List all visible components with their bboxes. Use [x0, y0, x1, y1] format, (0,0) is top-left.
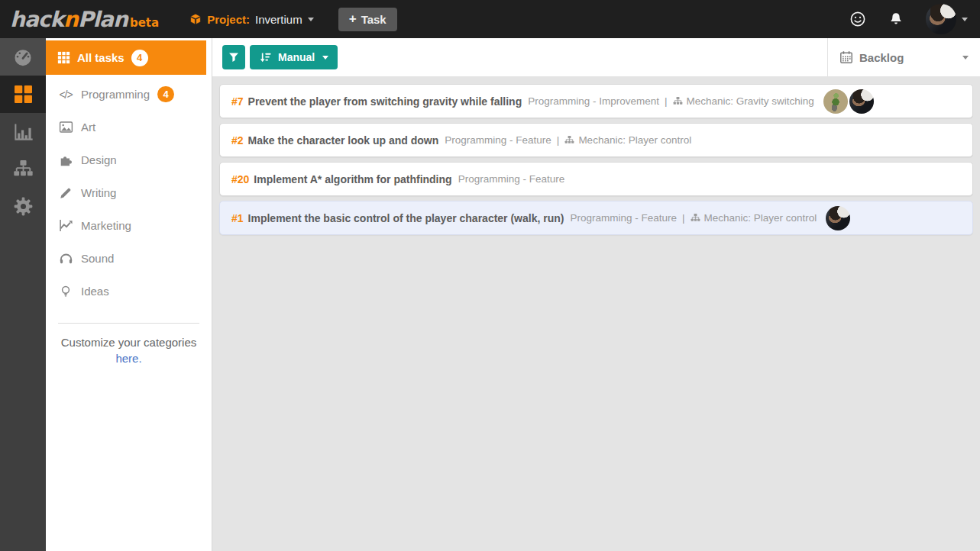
board-toolbar: Manual Backlog: [212, 38, 980, 76]
logo-text: hack: [10, 7, 63, 32]
notifications-button[interactable]: [888, 11, 904, 27]
task-mechanic-group: | Mechanic: Gravity switching: [659, 95, 814, 107]
customize-text: Customize your categories: [61, 336, 197, 349]
task-mechanic: Mechanic: Gravity switching: [687, 95, 814, 107]
task-category: Programming - Feature: [445, 134, 551, 146]
th-grid-icon: [57, 51, 70, 64]
category-list: </> Programming 4 Art Design Writing Mar…: [46, 78, 212, 308]
task-row[interactable]: #7 Prevent the player from switching gra…: [219, 84, 973, 118]
sort-amount-icon: [259, 51, 272, 64]
chevron-down-icon: [322, 56, 328, 60]
category-item-writing[interactable]: Writing: [46, 176, 212, 209]
plus-icon: +: [349, 11, 357, 27]
topbar-right-group: [849, 4, 980, 34]
category-label: Marketing: [81, 219, 131, 232]
task-row[interactable]: #2 Make the character look up and down P…: [219, 123, 973, 157]
category-item-design[interactable]: Design: [46, 143, 212, 176]
category-label: Art: [81, 121, 95, 134]
trend-chart-icon: [59, 218, 73, 233]
category-label: Ideas: [81, 285, 109, 298]
task-row[interactable]: #1 Implement the basic control of the pl…: [219, 201, 973, 235]
filter-button[interactable]: [222, 45, 245, 69]
divider: [58, 323, 199, 324]
logo-text: Plan: [78, 7, 128, 32]
meta-separator: |: [665, 95, 668, 107]
sidebar-item-metrics[interactable]: [0, 113, 46, 150]
sidebar-item-design-model[interactable]: [0, 150, 46, 188]
category-label: Design: [81, 153, 117, 166]
task-category: Programming - Feature: [458, 173, 565, 185]
task-title: Implement the basic control of the playe…: [248, 212, 564, 224]
category-item-all-tasks[interactable]: All tasks 4: [46, 40, 206, 75]
sort-mode-label: Manual: [278, 51, 315, 63]
task-id: #1: [231, 212, 244, 224]
category-item-sound[interactable]: Sound: [46, 242, 212, 275]
feedback-button[interactable]: [849, 11, 866, 27]
new-task-button[interactable]: + Task: [338, 8, 397, 31]
bar-chart-icon: [13, 121, 34, 142]
puzzle-icon: [59, 153, 73, 167]
project-name: Invertium: [255, 13, 302, 26]
sort-dropdown[interactable]: Manual: [250, 45, 338, 69]
smiley-icon: [849, 11, 866, 27]
category-item-art[interactable]: Art: [46, 111, 212, 143]
assignee-avatars: [823, 89, 874, 114]
category-sidebar: All tasks 4 </> Programming 4 Art Design…: [46, 38, 212, 551]
category-label: Writing: [81, 186, 116, 199]
task-category: Programming - Improvement: [528, 95, 659, 107]
sidebar-item-board[interactable]: [0, 76, 46, 113]
calendar-icon: [839, 50, 853, 64]
funnel-icon: [228, 51, 240, 63]
category-count-badge: 4: [157, 86, 174, 102]
category-item-marketing[interactable]: Marketing: [46, 209, 212, 242]
task-mechanic-group: | Mechanic: Player control: [677, 212, 817, 224]
sidebar-item-dashboard[interactable]: [0, 38, 46, 76]
sitemap-icon: [564, 135, 574, 145]
sitemap-icon: [691, 213, 700, 223]
task-title: Make the character look up and down: [248, 134, 439, 147]
main-area: Manual Backlog #7 Prevent the player fro…: [212, 38, 980, 551]
assignee-avatar: [823, 89, 848, 114]
task-title: Prevent the player from switching gravit…: [248, 95, 522, 108]
task-mechanic-group: | Mechanic: Player control: [551, 134, 691, 146]
icon-rail: [0, 38, 46, 551]
user-avatar: [926, 4, 956, 34]
sitemap-icon: [13, 159, 34, 179]
task-meta: Programming - Feature: [458, 173, 565, 185]
gear-icon: [13, 196, 34, 217]
gauge-icon: [12, 47, 34, 68]
customize-here-link[interactable]: here.: [115, 352, 141, 365]
task-row[interactable]: #20 Implement A* algorithm for pathfindi…: [219, 162, 973, 196]
image-icon: [59, 120, 73, 134]
logo-text-accent: n: [63, 7, 78, 32]
all-tasks-label: All tasks: [77, 51, 125, 64]
chevron-down-icon: [962, 18, 968, 21]
task-list: #7 Prevent the player from switching gra…: [212, 76, 980, 551]
new-task-label: Task: [361, 13, 387, 26]
all-tasks-count-badge: 4: [131, 50, 148, 66]
assignee-avatars: [826, 206, 850, 230]
task-meta: Programming - Feature | Mechanic: Player…: [445, 134, 691, 146]
assignee-avatar: [849, 89, 874, 114]
task-mechanic: Mechanic: Player control: [704, 212, 817, 224]
user-menu[interactable]: [926, 4, 968, 34]
app-logo[interactable]: hacknPlan beta: [10, 7, 159, 32]
category-label: Sound: [81, 252, 114, 265]
cube-icon: [189, 13, 202, 25]
board-grid-icon: [13, 84, 34, 105]
bell-icon: [888, 11, 904, 27]
task-title: Implement A* algorithm for pathfinding: [254, 173, 451, 185]
category-item-programming[interactable]: </> Programming 4: [46, 78, 212, 111]
task-id: #20: [231, 173, 249, 185]
meta-separator: |: [682, 212, 685, 224]
project-label: Project:: [207, 13, 250, 26]
assignee-avatar: [826, 206, 850, 230]
sidebar-item-settings[interactable]: [0, 188, 46, 225]
board-selector[interactable]: Backlog: [827, 38, 980, 76]
project-switcher[interactable]: Project: Invertium: [189, 13, 314, 26]
category-item-ideas[interactable]: Ideas: [46, 275, 212, 308]
sitemap-icon: [673, 96, 683, 106]
chevron-down-icon: [962, 56, 969, 60]
top-bar: hacknPlan beta Project: Invertium + Task: [0, 0, 980, 38]
board-name-label: Backlog: [859, 51, 904, 64]
